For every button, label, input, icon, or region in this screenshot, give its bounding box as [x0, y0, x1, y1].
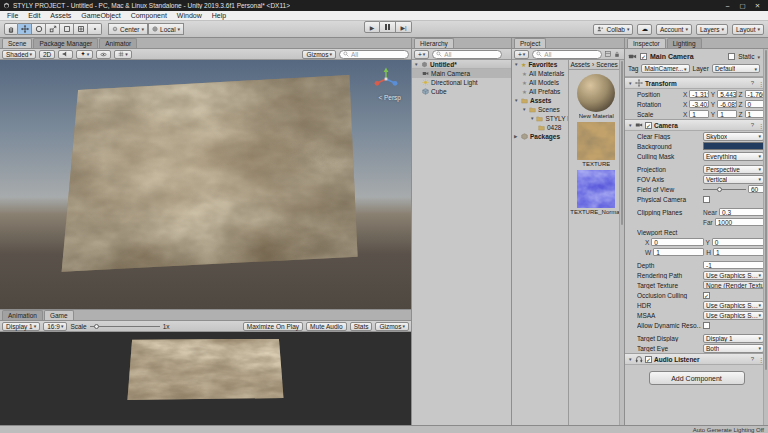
foldout-icon[interactable]: ▼: [514, 62, 519, 67]
tag-dropdown[interactable]: MainCamer...▾: [641, 64, 689, 73]
foldout-icon[interactable]: ▼: [628, 81, 633, 86]
scale-tool-button[interactable]: [46, 23, 60, 35]
auto-generate-lighting-status[interactable]: Auto Generate Lighting Off: [693, 427, 764, 433]
scrollbar-thumb[interactable]: [765, 50, 767, 370]
tab-hierarchy[interactable]: Hierarchy: [414, 38, 454, 48]
viewport-y-field[interactable]: 0: [712, 238, 764, 246]
add-component-button[interactable]: Add Component: [649, 371, 745, 385]
foldout-icon[interactable]: ▶: [514, 134, 519, 139]
menu-assets[interactable]: Assets: [45, 12, 76, 19]
foldout-icon[interactable]: ▼: [522, 107, 527, 112]
rotate-tool-button[interactable]: [32, 23, 46, 35]
hierarchy-search-input[interactable]: All: [432, 50, 502, 59]
scale-y-field[interactable]: 1: [717, 110, 736, 118]
static-checkbox[interactable]: [728, 53, 735, 60]
projection-dropdown[interactable]: Perspective▾: [703, 165, 764, 174]
scale-z-field[interactable]: 1: [745, 110, 764, 118]
favorite-all-materials[interactable]: ★All Materials: [512, 69, 568, 78]
hierarchy-item-cube[interactable]: Cube: [412, 87, 511, 96]
menu-component[interactable]: Component: [126, 12, 172, 19]
enabled-checkbox[interactable]: ✓: [640, 53, 647, 60]
allow-dynamic-resolution-checkbox[interactable]: [703, 322, 710, 329]
collab-dropdown[interactable]: Collab▾: [593, 24, 633, 35]
folder-styly[interactable]: ▼ STYLY N...: [512, 114, 568, 123]
close-button[interactable]: ✕: [750, 2, 765, 10]
project-create-dropdown[interactable]: +▾: [514, 50, 529, 59]
project-search-input[interactable]: All: [532, 50, 602, 59]
position-y-field[interactable]: 5.4437: [717, 90, 736, 98]
scrollbar-thumb[interactable]: [621, 61, 623, 225]
aspect-ratio-dropdown[interactable]: 16:9▾: [43, 322, 67, 331]
lock-icon[interactable]: [614, 51, 620, 58]
target-texture-field[interactable]: None (Render Textur...◉: [703, 281, 764, 289]
rendering-path-dropdown[interactable]: Use Graphics Setting...▾: [703, 271, 764, 280]
audio-listener-component-header[interactable]: ▼ ✓ Audio Listener ? ⋮: [625, 353, 768, 365]
display-dropdown[interactable]: Display 1▾: [2, 322, 40, 331]
maximize-on-play-toggle[interactable]: Maximize On Play: [243, 322, 303, 331]
step-button[interactable]: ▶|: [396, 21, 412, 33]
near-clip-field[interactable]: 0.3: [719, 208, 764, 216]
layout-dropdown[interactable]: Layout▾: [732, 24, 764, 35]
tab-scene[interactable]: Scene: [2, 38, 32, 48]
scale-slider[interactable]: [90, 322, 160, 331]
viewport-w-field[interactable]: 1: [653, 248, 704, 256]
hdr-dropdown[interactable]: Use Graphics Setting...▾: [703, 301, 764, 310]
perspective-label[interactable]: < Persp: [378, 94, 401, 101]
menu-file[interactable]: File: [2, 12, 23, 19]
occlusion-culling-checkbox[interactable]: ✓: [703, 292, 710, 299]
foldout-icon[interactable]: ▼: [628, 123, 633, 128]
target-display-dropdown[interactable]: Display 1▾: [703, 334, 764, 343]
clear-flags-dropdown[interactable]: Skybox▾: [703, 132, 764, 141]
scale-x-field[interactable]: 1: [689, 110, 708, 118]
scene-effects-dropdown[interactable]: ✦▾: [76, 50, 93, 59]
game-gizmos-dropdown[interactable]: Gizmos▾: [375, 322, 409, 331]
hierarchy-create-dropdown[interactable]: +▾: [414, 50, 429, 59]
transform-component-header[interactable]: ▼ Transform ? ⋮: [625, 77, 768, 89]
game-viewport[interactable]: [0, 332, 411, 425]
folder-scenes[interactable]: ▼ Scenes: [512, 105, 568, 114]
custom-tool-button[interactable]: [88, 23, 102, 35]
breadcrumb-current[interactable]: Scenes: [596, 61, 618, 68]
target-eye-dropdown[interactable]: Both▾: [703, 344, 764, 353]
background-color-swatch[interactable]: [703, 142, 764, 150]
help-icon[interactable]: ?: [750, 122, 755, 128]
inspector-scrollbar[interactable]: [763, 49, 768, 425]
breadcrumb-root[interactable]: Assets: [571, 61, 591, 68]
layer-dropdown[interactable]: Default▾: [712, 64, 760, 73]
mute-audio-toggle[interactable]: Mute Audio: [306, 322, 347, 331]
depth-field[interactable]: -1: [703, 261, 764, 269]
tab-animation[interactable]: Animation: [2, 310, 43, 320]
tab-game[interactable]: Game: [44, 310, 74, 320]
maximize-button[interactable]: ▢: [735, 2, 750, 10]
tab-animator[interactable]: Animator: [99, 38, 137, 48]
physical-camera-checkbox[interactable]: [703, 196, 710, 203]
scene-root-row[interactable]: ▼ Untitled*: [412, 60, 511, 69]
menu-edit[interactable]: Edit: [23, 12, 45, 19]
folder-0428[interactable]: 0428: [512, 123, 568, 132]
position-z-field[interactable]: -1.7605: [745, 90, 764, 98]
pause-button[interactable]: [380, 21, 396, 33]
culling-mask-dropdown[interactable]: Everything▾: [703, 152, 764, 161]
field-of-view-slider[interactable]: [703, 185, 746, 194]
transform-tool-button[interactable]: [74, 23, 88, 35]
help-icon[interactable]: ?: [750, 356, 755, 362]
gizmos-dropdown[interactable]: Gizmos▾: [302, 50, 336, 59]
audio-listener-enabled-checkbox[interactable]: ✓: [645, 356, 652, 363]
grid-dropdown[interactable]: ▾: [114, 50, 132, 59]
rect-tool-button[interactable]: [60, 23, 74, 35]
scene-visibility-toggle[interactable]: [96, 50, 111, 59]
assets-root[interactable]: ▼ Assets: [512, 96, 568, 105]
scene-search-input[interactable]: All: [339, 50, 409, 59]
scene-viewport[interactable]: < Persp: [0, 60, 411, 309]
hierarchy-item-main-camera[interactable]: Main Camera: [412, 69, 511, 78]
stats-toggle[interactable]: Stats: [350, 322, 373, 331]
position-x-field[interactable]: -1.3195: [689, 90, 708, 98]
tab-lighting[interactable]: Lighting: [667, 38, 702, 48]
viewport-h-field[interactable]: 1: [713, 248, 764, 256]
hand-tool-button[interactable]: [4, 23, 18, 35]
rotation-y-field[interactable]: -6.0859: [717, 100, 736, 108]
favorite-all-prefabs[interactable]: ★All Prefabs: [512, 87, 568, 96]
menu-window[interactable]: Window: [172, 12, 207, 19]
layers-dropdown[interactable]: Layers▾: [696, 24, 728, 35]
menu-gameobject[interactable]: GameObject: [76, 12, 125, 19]
